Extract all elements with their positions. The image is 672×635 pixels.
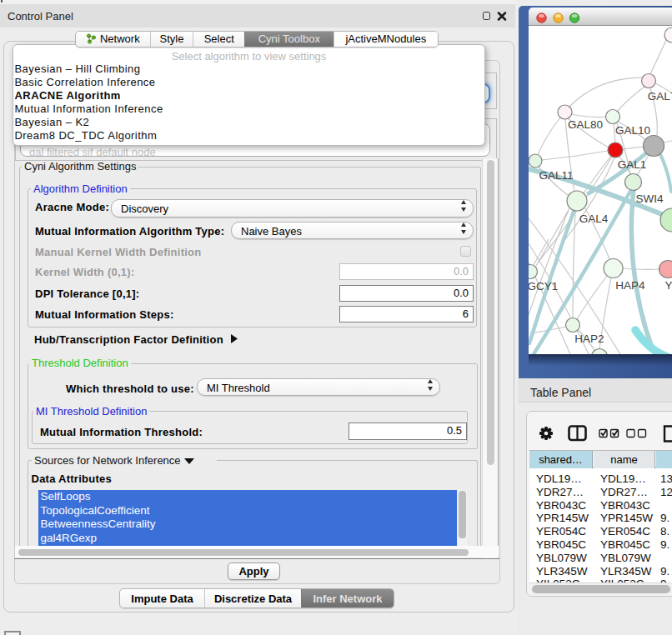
svg-text:Y: Y <box>664 279 672 292</box>
svg-text:GAL11: GAL11 <box>539 169 573 182</box>
svg-text:HAP2: HAP2 <box>574 332 604 345</box>
svg-text:GAL4: GAL4 <box>579 212 609 225</box>
svg-text:HAP4: HAP4 <box>615 279 645 292</box>
svg-text:SWI4: SWI4 <box>635 192 663 205</box>
svg-text:GCY1: GCY1 <box>529 280 558 292</box>
svg-text:GAL7: GAL7 <box>648 90 672 102</box>
svg-text:GAL1: GAL1 <box>618 158 647 171</box>
svg-text:GAL80: GAL80 <box>568 118 603 131</box>
svg-text:GAL10: GAL10 <box>615 124 650 137</box>
